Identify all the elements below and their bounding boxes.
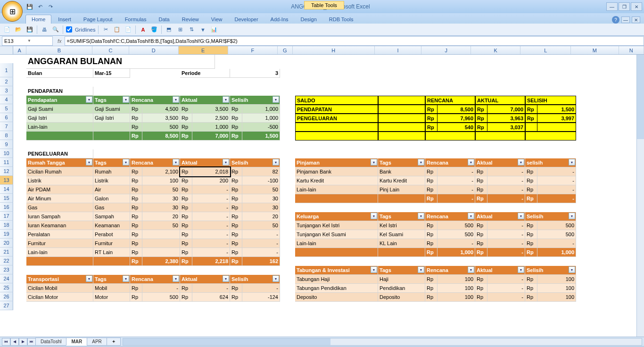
filter-dropdown-icon[interactable]: ▼ <box>223 275 229 282</box>
val[interactable]: 500 <box>537 230 576 239</box>
chart-icon[interactable]: 📊 <box>210 25 218 34</box>
value-cell[interactable]: 8,500 <box>142 132 180 140</box>
row-header-16[interactable]: 16 <box>0 203 13 212</box>
rp[interactable]: Rp <box>425 105 438 114</box>
val[interactable]: 82 <box>242 167 280 176</box>
rp[interactable]: Rp <box>180 194 192 203</box>
val[interactable]: - <box>192 185 230 194</box>
pend-tag[interactable]: Gaji Istri <box>93 114 130 123</box>
sheet-tab-mar[interactable]: MAR <box>66 338 87 346</box>
th-aktual[interactable]: Aktual▼ <box>475 266 525 275</box>
th-tags[interactable]: Tags▼ <box>93 275 130 284</box>
total-blank[interactable] <box>295 194 378 203</box>
val[interactable]: - <box>487 194 525 203</box>
rp[interactable]: Rp <box>230 167 242 176</box>
val[interactable]: - <box>487 221 525 230</box>
sheet-nav-first[interactable]: ⏮ <box>2 338 10 346</box>
namebox-dropdown-icon[interactable]: ▼ <box>27 39 50 43</box>
saldo-cell[interactable]: SALDO <box>295 96 378 105</box>
val[interactable]: 100 <box>537 284 576 293</box>
row-tag[interactable]: Haji <box>378 275 425 284</box>
currency-label[interactable]: Rp <box>230 132 242 140</box>
saldo-cell[interactable]: RENCANA <box>425 96 475 105</box>
val[interactable]: - <box>142 284 180 293</box>
th-tags[interactable]: Tags▼ <box>378 266 425 275</box>
rp[interactable]: Rp <box>180 257 192 266</box>
filter-dropdown-icon[interactable]: ▼ <box>418 213 424 219</box>
row-header-20[interactable]: 20 <box>0 239 13 248</box>
rp[interactable]: Rp <box>230 284 242 293</box>
filter-dropdown-icon[interactable]: ▼ <box>418 266 424 273</box>
val[interactable]: 624 <box>192 293 230 302</box>
fill-color-icon[interactable]: 🪣 <box>150 25 158 34</box>
value-cell[interactable]: 3,500 <box>142 114 180 123</box>
rp[interactable]: Rp <box>475 114 487 123</box>
rp[interactable]: Rp <box>475 176 487 185</box>
rp[interactable]: Rp <box>425 114 438 123</box>
row-header-27[interactable]: 27 <box>0 301 13 310</box>
th-pendapatan[interactable]: Pendapatan▼ <box>26 96 93 105</box>
col-header-K[interactable]: K <box>471 46 520 54</box>
row-tag[interactable]: Air <box>93 185 130 194</box>
ribbon-minimize-icon[interactable]: — <box>621 17 630 23</box>
row-tag[interactable]: Gas <box>93 203 130 212</box>
val[interactable]: - <box>487 167 525 176</box>
rp[interactable]: Rp <box>130 203 142 212</box>
row-name[interactable]: Kartu Kredit <box>295 176 378 185</box>
rp[interactable]: Rp <box>425 221 438 230</box>
paste-icon[interactable]: 📄 <box>124 25 132 34</box>
fx-icon[interactable]: fx <box>58 38 62 44</box>
row-name[interactable]: Tunjangan Kel Istri <box>295 221 378 230</box>
val[interactable]: 100 <box>438 275 475 284</box>
saldo-cell[interactable] <box>295 132 378 140</box>
sort-icon[interactable]: ⇅ <box>187 25 196 34</box>
val[interactable]: 162 <box>242 257 280 266</box>
currency-label[interactable]: Rp <box>130 105 142 114</box>
total-blank[interactable] <box>378 248 425 257</box>
tab-view[interactable]: View <box>206 15 228 24</box>
val[interactable]: -124 <box>242 293 280 302</box>
val[interactable]: - <box>537 176 576 185</box>
th-selisih[interactable]: Selisih▼ <box>230 96 280 105</box>
row-header-6[interactable]: 6 <box>0 113 13 122</box>
val[interactable]: 1,000 <box>537 248 576 257</box>
rp[interactable]: Rp <box>130 176 142 185</box>
row-header-9[interactable]: 9 <box>0 140 13 149</box>
rp[interactable]: Rp <box>230 212 242 221</box>
saldo-cell[interactable] <box>378 132 425 140</box>
val[interactable]: 50 <box>142 221 180 230</box>
row-tag[interactable]: RT Lain <box>93 248 130 257</box>
rp[interactable]: Rp <box>180 167 192 176</box>
currency-label[interactable]: Rp <box>230 123 242 132</box>
rp[interactable]: Rp <box>230 185 242 194</box>
pend-name[interactable]: Gaji Suami <box>26 105 93 114</box>
filter-dropdown-icon[interactable]: ▼ <box>123 96 129 103</box>
rp[interactable] <box>525 123 537 132</box>
rp[interactable]: Rp <box>130 167 142 176</box>
th-rencana[interactable]: Rencana▼ <box>130 158 180 167</box>
saldo-cell[interactable] <box>525 132 576 140</box>
filter-dropdown-icon[interactable]: ▼ <box>86 96 92 103</box>
th-keluarga[interactable]: Keluarga▼ <box>295 212 378 221</box>
rp[interactable]: Rp <box>425 239 438 248</box>
row-tag[interactable]: Kel Istri <box>378 221 425 230</box>
tab-home[interactable]: Home <box>25 15 51 24</box>
col-header-G[interactable]: G <box>278 46 293 54</box>
val[interactable]: 3,037 <box>487 123 525 132</box>
merge-icon[interactable]: ⬒ <box>165 25 173 34</box>
val[interactable]: - <box>537 239 576 248</box>
rp[interactable]: Rp <box>475 167 487 176</box>
th-selisih[interactable]: Selisih▼ <box>525 266 576 275</box>
rp[interactable]: Rp <box>475 284 487 293</box>
row-header-25[interactable]: 25 <box>0 283 13 292</box>
tab-page-layout[interactable]: Page Layout <box>78 15 118 24</box>
value-cell[interactable]: 2,500 <box>192 114 230 123</box>
currency-label[interactable]: Rp <box>130 132 142 140</box>
saldo-cell[interactable] <box>425 132 475 140</box>
rp[interactable]: Rp <box>425 167 438 176</box>
filter-dropdown-icon[interactable]: ▼ <box>223 159 229 165</box>
rp[interactable]: Rp <box>525 194 537 203</box>
row-tag[interactable]: Galon <box>93 194 130 203</box>
filter-dropdown-icon[interactable]: ▼ <box>272 275 279 282</box>
saldo-cell[interactable] <box>378 123 425 132</box>
